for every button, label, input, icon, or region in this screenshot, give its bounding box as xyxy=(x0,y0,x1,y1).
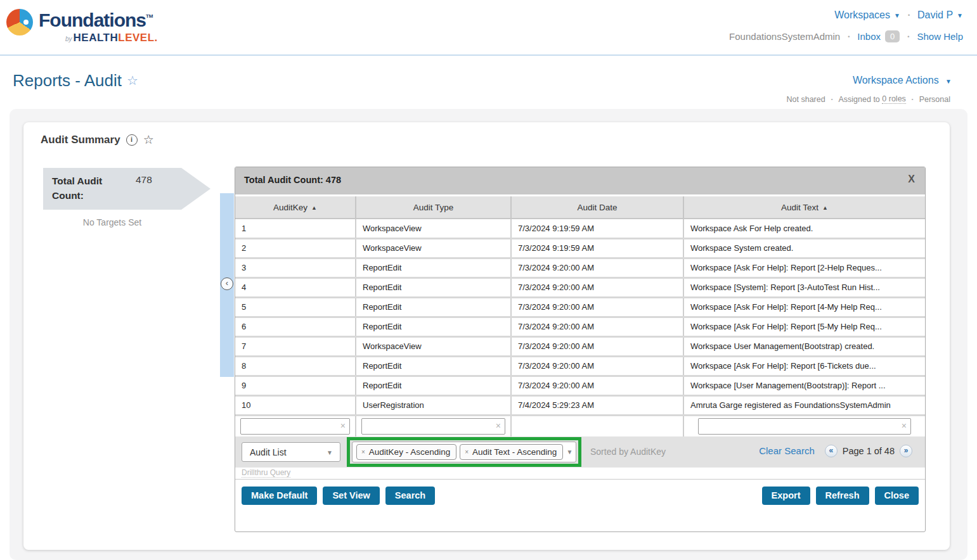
next-page-icon[interactable]: » xyxy=(900,445,912,457)
export-button[interactable]: Export xyxy=(762,487,810,505)
panel-toolbar: Audit List ▼ ×AuditKey - Ascending ×Audi… xyxy=(235,436,925,468)
column-label: Audit Date xyxy=(577,203,617,212)
clear-input-icon[interactable]: × xyxy=(496,421,501,431)
close-button[interactable]: Close xyxy=(875,487,919,505)
logo-text: FoundationsTM byHEALTHLEVEL. xyxy=(39,5,158,46)
cell-audit-text: Amruta Garge registered as FoundationsSy… xyxy=(683,395,925,415)
view-select-value: Audit List xyxy=(250,447,287,457)
favorite-star-icon[interactable]: ☆ xyxy=(127,73,138,87)
table-row[interactable]: 9ReportEdit7/3/2024 9:20:00 AMWorkspace … xyxy=(235,376,925,395)
cell-audit-type: ReportEdit xyxy=(356,277,511,297)
user-menu[interactable]: David P xyxy=(917,10,953,21)
cell-audit-type: WorkspaceView xyxy=(356,238,511,258)
sort-chip-auditkey[interactable]: ×AuditKey - Ascending xyxy=(356,444,456,460)
no-targets-label: No Targets Set xyxy=(43,217,181,227)
cell-auditkey: 10 xyxy=(235,395,356,415)
view-select-dropdown[interactable]: Audit List ▼ xyxy=(242,442,340,462)
cell-audit-date: 7/3/2024 9:19:59 AM xyxy=(511,238,683,258)
cell-audit-date: 7/3/2024 9:20:00 AM xyxy=(511,258,683,277)
column-header-audit-type[interactable]: Audit Type xyxy=(356,196,511,219)
cell-audit-text: Workspace [Ask For Help]: Report [6-Tick… xyxy=(683,356,925,376)
workspace-actions-menu[interactable]: Workspace Actions ▼ xyxy=(853,75,952,86)
show-help-link[interactable]: Show Help xyxy=(917,31,963,42)
chip-label: Audit Text - Ascending xyxy=(472,447,557,457)
chevron-down-icon: ▼ xyxy=(566,449,573,455)
drillthru-query-link[interactable]: Drillthru Query xyxy=(242,468,290,478)
audit-text-filter-input[interactable] xyxy=(699,419,910,434)
cell-audit-text: Workspace [System]: Report [3-AutoTest R… xyxy=(683,277,925,297)
cell-audit-type: ReportEdit xyxy=(356,317,511,336)
cell-auditkey: 4 xyxy=(235,277,356,297)
chevron-down-icon: ▼ xyxy=(945,78,952,85)
chevron-down-icon: ▼ xyxy=(957,12,963,19)
audit-summary-widget: Audit Summary i ☆ Total Audit Count: 478… xyxy=(23,122,950,550)
clear-input-icon[interactable]: × xyxy=(902,421,907,431)
cell-auditkey: 1 xyxy=(235,219,356,238)
cell-audit-text: Workspace [User Management(Bootstrap)]: … xyxy=(683,376,925,395)
total-audit-count-kpi[interactable]: Total Audit Count: 478 xyxy=(43,168,181,210)
panel-footer: Make Default Set View Search Export Refr… xyxy=(235,479,925,512)
trademark-label: TM xyxy=(146,13,153,19)
cell-audit-type: UserRegistration xyxy=(356,395,511,415)
cell-audit-type: ReportEdit xyxy=(356,297,511,317)
kpi-label: Total Audit Count: xyxy=(52,174,127,203)
panel-title: Total Audit Count: 478 xyxy=(244,175,341,185)
cell-audit-date: 7/3/2024 9:19:59 AM xyxy=(511,219,683,238)
cell-audit-date: 7/4/2024 5:29:23 AM xyxy=(511,395,683,415)
table-row[interactable]: 1WorkspaceView7/3/2024 9:19:59 AMWorkspa… xyxy=(235,219,925,238)
brand-word: Foundations xyxy=(39,10,146,30)
workspaces-menu[interactable]: Workspaces xyxy=(834,10,890,21)
table-row[interactable]: 10UserRegistration7/4/2024 5:29:23 AMAmr… xyxy=(235,395,925,415)
search-button[interactable]: Search xyxy=(385,487,435,505)
sort-chip-audit-text[interactable]: ×Audit Text - Ascending xyxy=(460,444,563,460)
table-row[interactable]: 4ReportEdit7/3/2024 9:20:00 AMWorkspace … xyxy=(235,277,925,297)
filter-cell: × xyxy=(356,415,511,436)
column-label: Audit Type xyxy=(413,203,454,212)
close-icon[interactable]: X xyxy=(908,174,915,185)
chevron-down-icon: ▼ xyxy=(327,449,333,456)
cell-audit-text: Workspace Ask For Help created. xyxy=(683,219,925,238)
app-header: FoundationsTM byHEALTHLEVEL. Workspaces … xyxy=(0,0,977,56)
column-header-audit-text[interactable]: Audit Text▲ xyxy=(683,196,925,219)
separator-dot: • xyxy=(907,34,909,40)
sort-multiselect[interactable]: ×AuditKey - Ascending ×Audit Text - Asce… xyxy=(352,442,576,462)
panel-titlebar: Total Audit Count: 478 X xyxy=(235,167,925,194)
column-header-audit-date[interactable]: Audit Date xyxy=(511,196,683,219)
filter-cell-empty xyxy=(511,415,683,436)
table-row[interactable]: 5ReportEdit7/3/2024 9:20:00 AMWorkspace … xyxy=(235,297,925,317)
make-default-button[interactable]: Make Default xyxy=(242,487,317,505)
auditkey-filter-input[interactable] xyxy=(241,419,349,434)
table-row[interactable]: 6ReportEdit7/3/2024 9:20:00 AMWorkspace … xyxy=(235,317,925,336)
table-row[interactable]: 7WorkspaceView7/3/2024 9:20:00 AMWorkspa… xyxy=(235,336,925,356)
inbox-link[interactable]: Inbox xyxy=(857,31,881,42)
column-header-auditkey[interactable]: AuditKey▲ xyxy=(235,196,356,219)
remove-chip-icon[interactable]: × xyxy=(361,449,365,455)
cell-audit-date: 7/3/2024 9:20:00 AM xyxy=(511,277,683,297)
cell-auditkey: 9 xyxy=(235,376,356,395)
cell-audit-date: 7/3/2024 9:20:00 AM xyxy=(511,356,683,376)
workspace-actions-label: Workspace Actions xyxy=(853,75,939,86)
remove-chip-icon[interactable]: × xyxy=(465,449,469,455)
previous-page-icon[interactable]: « xyxy=(825,445,838,457)
not-shared-label: Not shared xyxy=(787,95,825,104)
app-logo: FoundationsTM byHEALTHLEVEL. xyxy=(6,5,158,46)
separator-dot: • xyxy=(912,96,914,102)
table-row[interactable]: 2WorkspaceView7/3/2024 9:19:59 AMWorkspa… xyxy=(235,238,925,258)
info-icon[interactable]: i xyxy=(126,134,138,146)
refresh-button[interactable]: Refresh xyxy=(816,487,869,505)
column-label: Audit Text xyxy=(781,203,818,212)
table-row[interactable]: 8ReportEdit7/3/2024 9:20:00 AMWorkspace … xyxy=(235,356,925,376)
widget-star-icon[interactable]: ☆ xyxy=(143,132,154,147)
clear-search-link[interactable]: Clear Search xyxy=(759,445,815,456)
filter-cell: × xyxy=(235,415,356,436)
set-view-button[interactable]: Set View xyxy=(323,487,379,505)
audit-type-filter: × xyxy=(361,418,505,435)
audit-type-filter-input[interactable] xyxy=(362,419,505,434)
chevron-down-icon: ▼ xyxy=(894,12,900,19)
roles-link[interactable]: 0 roles xyxy=(882,94,906,104)
collapse-chevron-icon[interactable]: ‹ xyxy=(221,277,233,290)
clear-input-icon[interactable]: × xyxy=(340,421,346,431)
table-row[interactable]: 3ReportEdit7/3/2024 9:20:00 AMWorkspace … xyxy=(235,258,925,277)
cell-audit-text: Workspace [Ask For Help]: Report [5-My H… xyxy=(683,317,925,336)
workspace-section: Audit Summary i ☆ Total Audit Count: 478… xyxy=(10,109,967,560)
